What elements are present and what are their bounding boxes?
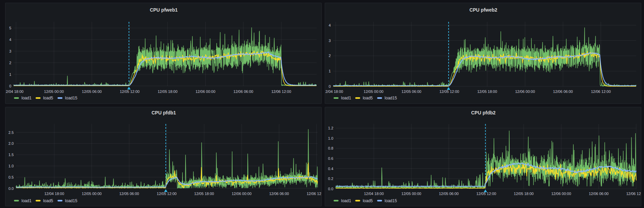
svg-text:12/06 00:00: 12/06 00:00 [232,192,251,196]
svg-text:0: 0 [9,84,11,88]
svg-text:1.5: 1.5 [9,153,14,157]
svg-text:0.4: 0.4 [328,167,333,171]
svg-text:12/05 18:00: 12/05 18:00 [158,89,177,94]
svg-text:5: 5 [9,26,11,30]
svg-text:0.6: 0.6 [328,156,333,161]
svg-text:2/04 18:00: 2/04 18:00 [325,89,343,94]
svg-text:2: 2 [328,54,331,58]
svg-text:load1: load1 [21,96,32,100]
svg-text:load5: load5 [363,96,373,100]
svg-text:load5: load5 [363,198,373,203]
svg-text:12/06 06:00: 12/06 06:00 [589,192,609,196]
svg-text:load15: load15 [385,198,397,203]
svg-text:12/05 06:00: 12/05 06:00 [82,89,102,94]
svg-text:3: 3 [328,39,331,43]
svg-text:12/04 18:00: 12/04 18:00 [44,192,64,196]
svg-text:12/05 00:00: 12/05 00:00 [44,89,64,94]
svg-text:0.0: 0.0 [9,186,14,191]
svg-text:12/06 06:00: 12/06 06:00 [269,192,289,196]
svg-text:0.5: 0.5 [9,175,14,179]
svg-text:load5: load5 [43,96,53,100]
svg-text:CPU pfweb1: CPU pfweb1 [150,7,178,13]
svg-text:1: 1 [328,69,331,73]
svg-text:12/06 06:00: 12/06 06:00 [553,89,573,94]
svg-text:12/06 00:00: 12/06 00:00 [515,89,535,94]
svg-text:12/06 12:00: 12/06 12:00 [307,192,322,196]
svg-text:12/06 00:00: 12/06 00:00 [551,192,571,196]
svg-text:12/05 00:00: 12/05 00:00 [401,192,421,196]
svg-text:12/06 12:00: 12/06 12:00 [591,89,611,94]
svg-text:12/05 00:00: 12/05 00:00 [364,89,383,94]
svg-text:12/05 06:00: 12/05 06:00 [439,192,459,196]
svg-text:4: 4 [328,23,331,27]
svg-text:CPU pfdb2: CPU pfdb2 [471,110,496,115]
svg-text:12/06 12:00: 12/06 12:00 [626,192,641,196]
svg-text:1: 1 [9,72,11,77]
svg-text:CPU pfweb2: CPU pfweb2 [469,7,497,13]
svg-text:12/05 18:00: 12/05 18:00 [477,89,497,94]
svg-text:3: 3 [9,49,11,53]
svg-text:0.0: 0.0 [328,187,333,191]
svg-text:2: 2 [9,61,11,65]
svg-text:load1: load1 [21,198,32,203]
svg-text:0: 0 [328,84,331,88]
svg-text:load5: load5 [43,198,53,203]
svg-text:12/05 18:00: 12/05 18:00 [194,192,214,196]
svg-text:12/05 12:00: 12/05 12:00 [439,89,459,94]
svg-text:2.0: 2.0 [9,141,14,145]
svg-text:12/05 06:00: 12/05 06:00 [119,192,139,196]
svg-text:0.2: 0.2 [328,177,333,181]
svg-text:0.8: 0.8 [328,146,333,150]
svg-text:load1: load1 [341,96,351,100]
svg-text:4: 4 [9,38,11,42]
svg-text:CPU pfdb1: CPU pfdb1 [151,110,176,115]
svg-text:12/06 12:00: 12/06 12:00 [271,89,291,94]
svg-text:1.0: 1.0 [328,136,333,140]
svg-text:1.2: 1.2 [328,126,333,130]
svg-text:1.0: 1.0 [9,164,14,168]
svg-text:load1: load1 [341,198,351,203]
svg-text:load15: load15 [65,198,77,203]
svg-text:12/06 00:00: 12/06 00:00 [195,89,215,94]
svg-text:load15: load15 [65,96,77,100]
svg-text:2.5: 2.5 [9,130,14,135]
svg-text:12/05 18:00: 12/05 18:00 [514,192,533,196]
svg-text:12/06 06:00: 12/06 06:00 [233,89,253,94]
svg-text:12/05 12:00: 12/05 12:00 [120,89,140,94]
svg-text:12/04 18:00: 12/04 18:00 [364,192,384,196]
svg-text:12/05 12:00: 12/05 12:00 [157,192,177,196]
svg-text:12/05 00:00: 12/05 00:00 [82,192,102,196]
svg-text:12/05 06:00: 12/05 06:00 [401,89,421,94]
svg-text:2/04 18:00: 2/04 18:00 [6,89,24,94]
svg-text:load15: load15 [385,96,397,100]
